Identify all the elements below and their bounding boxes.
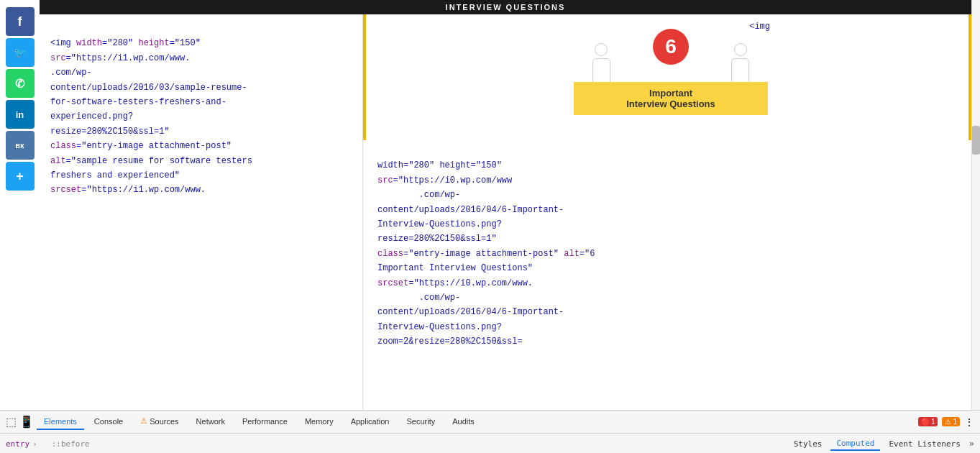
right-source-code: width="280" height="150" src="https://i0… (363, 140, 971, 367)
tab-application[interactable]: Application (344, 414, 397, 430)
interview-image: 6 Important Interview Questions (570, 25, 771, 133)
tab-styles[interactable]: Styles (788, 438, 828, 450)
tab-console[interactable]: Console (87, 414, 130, 430)
share-button[interactable]: + (6, 162, 35, 191)
social-sidebar: f 🐦 ✆ in вк + (0, 0, 40, 410)
entry-label: entry (6, 439, 29, 449)
error-badge: 🔴1 (918, 417, 938, 426)
tab-event-listeners[interactable]: Event Listeners (883, 438, 966, 450)
devtools-bottom-row: entry › ::before Styles Computed Event L… (0, 434, 980, 453)
device-icon[interactable]: 📱 (19, 415, 34, 429)
scrollbar-thumb[interactable] (972, 126, 980, 155)
twitter-button[interactable]: 🐦 (6, 38, 35, 67)
more-tabs-icon[interactable]: » (969, 439, 974, 449)
rendered-area: <img (363, 14, 971, 140)
tab-performance[interactable]: Performance (235, 414, 295, 430)
interview-title-banner: Important Interview Questions (574, 82, 768, 115)
number-badge: 6 (653, 29, 689, 65)
yellow-left-border (363, 14, 366, 140)
tab-security[interactable]: Security (399, 414, 442, 430)
entry-arrow: › (32, 439, 37, 449)
warning-badge: ⚠1 (942, 417, 960, 426)
tab-memory[interactable]: Memory (298, 414, 341, 430)
tab-audits[interactable]: Audits (445, 414, 482, 430)
facebook-button[interactable]: f (6, 7, 35, 36)
tab-elements[interactable]: Elements (37, 414, 84, 430)
devtools-tabs: ⬚ 📱 Elements Console ⚠ Sources Network P… (0, 411, 980, 434)
page-header: INTERVIEW QUESTIONS (40, 0, 971, 14)
devtools-right-tabs: Styles Computed Event Listeners » (788, 437, 974, 451)
whatsapp-button[interactable]: ✆ (6, 69, 35, 98)
tab-sources[interactable]: ⚠ Sources (133, 413, 186, 430)
person-head (595, 43, 608, 56)
vk-button[interactable]: вк (6, 131, 35, 160)
before-label: ::before (40, 439, 90, 449)
linkedin-button[interactable]: in (6, 100, 35, 129)
devtools-more-icon[interactable]: ⋮ (964, 416, 974, 428)
scrollbar[interactable] (971, 0, 980, 410)
header-title: INTERVIEW QUESTIONS (446, 3, 566, 12)
devtools-bar: ⬚ 📱 Elements Console ⚠ Sources Network P… (0, 410, 980, 453)
left-source-code: <img width="280" height="150" src="https… (50, 22, 352, 212)
person-head-2 (734, 43, 747, 56)
left-source-panel: <img width="280" height="150" src="https… (40, 14, 363, 410)
tab-computed[interactable]: Computed (830, 437, 880, 451)
right-code-content: width="280" height="150" src="https://i0… (377, 144, 957, 364)
right-panel: <img (363, 14, 971, 410)
tab-network[interactable]: Network (189, 414, 232, 430)
inspect-icon[interactable]: ⬚ (6, 415, 17, 429)
